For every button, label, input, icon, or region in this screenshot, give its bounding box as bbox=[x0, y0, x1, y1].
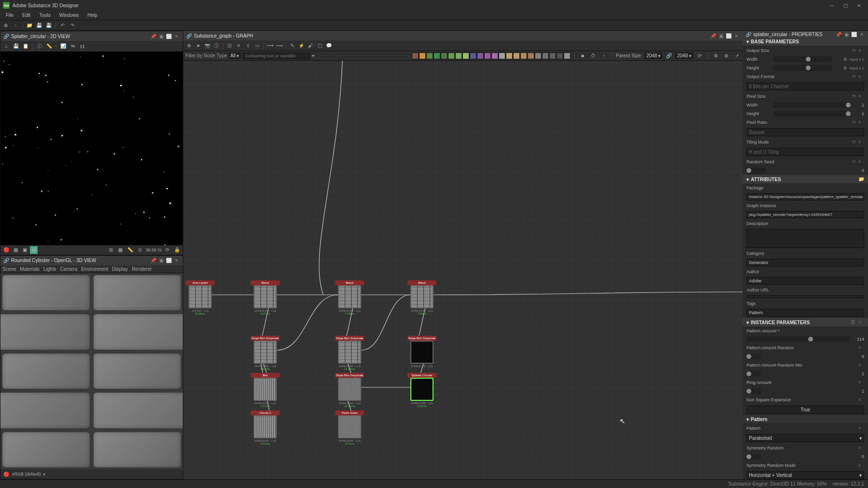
ruler2-icon[interactable]: 📏 bbox=[126, 246, 134, 254]
rgb-3d-icon[interactable]: 🔴 bbox=[2, 470, 10, 478]
sym-mode-select[interactable]: Horizontal + Vertical▾ bbox=[746, 471, 864, 479]
rgb-icon[interactable]: 🔴 bbox=[2, 246, 10, 254]
color-swatch-21[interactable] bbox=[564, 53, 570, 59]
refresh-icon[interactable]: ⟳ bbox=[163, 246, 171, 254]
folder-icon[interactable]: 📁 bbox=[26, 22, 33, 29]
tab-scene[interactable]: Scene bbox=[2, 266, 16, 272]
graph-node[interactable]: Blend2048x2048 - L167.04ms bbox=[335, 280, 364, 315]
graph-node[interactable]: Slope Blur Grayscale2048x2048 - L1612.67… bbox=[335, 336, 364, 370]
up-icon[interactable]: ↑ bbox=[600, 52, 608, 60]
color-swatch-5[interactable] bbox=[448, 53, 455, 59]
close-graph-icon[interactable]: ✕ bbox=[733, 32, 740, 39]
grid-icon[interactable]: ⊞ bbox=[107, 246, 115, 254]
menu-edit[interactable]: Edit bbox=[18, 12, 34, 19]
paint-icon[interactable]: 🖌 bbox=[307, 42, 314, 50]
snap-icon[interactable]: ⊡ bbox=[226, 42, 233, 50]
stop-icon[interactable]: ■ bbox=[579, 52, 586, 60]
menu-prop-icon[interactable]: ≡ bbox=[858, 48, 864, 53]
quad-icon[interactable]: ▦ bbox=[12, 246, 19, 254]
align-icon[interactable]: ≡ bbox=[235, 42, 243, 50]
max-3d-icon[interactable]: ⬜ bbox=[165, 257, 172, 264]
pixel-ratio-select[interactable]: Square bbox=[746, 128, 864, 136]
pin-props-icon[interactable]: 📌 bbox=[835, 31, 842, 38]
tab-camera[interactable]: Camera bbox=[60, 266, 78, 272]
folder-attr-icon[interactable]: 📁 bbox=[858, 176, 864, 182]
sym-rand-slider[interactable] bbox=[746, 454, 761, 460]
pw-slider[interactable] bbox=[773, 102, 850, 108]
height-slider[interactable] bbox=[773, 65, 832, 71]
maximize-button[interactable]: ▢ bbox=[839, 1, 852, 10]
tab-lights[interactable]: Lights bbox=[43, 266, 56, 272]
info-graph-icon[interactable]: ⓘ bbox=[213, 42, 220, 50]
section-base-params[interactable]: ▾ BASE PARAMETERS bbox=[743, 38, 868, 46]
author-field[interactable]: Adobe bbox=[746, 277, 864, 285]
tiling-select[interactable]: H and V Tiling bbox=[746, 148, 864, 156]
color-swatch-10[interactable] bbox=[484, 53, 491, 59]
menu-tools[interactable]: Tools bbox=[35, 12, 54, 19]
popup-props-icon[interactable]: ▣ bbox=[843, 31, 850, 38]
graph-node[interactable]: Splatter Circular2048x2048 - L160.37ms bbox=[407, 373, 436, 408]
tab-display[interactable]: Display bbox=[112, 266, 128, 272]
color-swatch-3[interactable] bbox=[434, 53, 440, 59]
color-swatch-4[interactable] bbox=[441, 53, 448, 59]
non-square-select[interactable]: True bbox=[746, 406, 864, 414]
menu-icon[interactable]: ≡ bbox=[858, 74, 864, 79]
maximize-panel-icon[interactable]: ⬜ bbox=[165, 33, 172, 40]
color-swatch-15[interactable] bbox=[520, 53, 527, 59]
color-swatch-16[interactable] bbox=[528, 53, 534, 59]
node-canvas[interactable]: ↖ Auto Levels1x2048 - L165.43msBlend2048… bbox=[183, 61, 743, 479]
minimize-button[interactable]: ─ bbox=[826, 1, 838, 10]
tab-environment[interactable]: Environment bbox=[81, 266, 108, 272]
graph-node[interactable]: Auto Levels1x2048 - L165.43ms bbox=[186, 280, 215, 315]
frame-icon[interactable]: ▢ bbox=[316, 42, 324, 50]
tab-renderer[interactable]: Renderer bbox=[132, 266, 152, 272]
seed-slider[interactable] bbox=[746, 168, 766, 173]
output-format-select[interactable]: 8 Bits per Channel bbox=[746, 82, 864, 91]
reset-icon[interactable]: ⟲ bbox=[852, 74, 857, 79]
color-swatch-1[interactable] bbox=[419, 53, 426, 59]
redo-icon[interactable]: ↷ bbox=[68, 22, 76, 29]
levels-icon[interactable]: ⫿⫿ bbox=[79, 42, 86, 50]
copy-icon[interactable]: 📋 bbox=[22, 42, 29, 50]
refresh-graph-icon[interactable]: ⟳ bbox=[696, 52, 704, 60]
filter-type-select[interactable]: All ▾ bbox=[229, 53, 241, 59]
saveall-icon[interactable]: 💾 bbox=[45, 22, 53, 29]
info-icon[interactable]: ⓘ bbox=[36, 42, 43, 50]
home-icon[interactable]: ⌂ bbox=[2, 42, 10, 50]
save-img-icon[interactable]: 💾 bbox=[12, 42, 20, 50]
color-swatch-2[interactable] bbox=[426, 53, 433, 59]
color-swatch-7[interactable] bbox=[462, 53, 469, 59]
graph-node[interactable]: Blur2048x2048 - L161.27ms bbox=[251, 373, 280, 408]
bolt-icon[interactable]: ⚡ bbox=[298, 42, 305, 50]
dropdown-icon[interactable]: ▾ bbox=[312, 53, 314, 58]
package-field[interactable]: bstance 3D Designer/resources/packages/p… bbox=[746, 193, 864, 200]
viewport-3d[interactable] bbox=[0, 273, 183, 470]
list-icon[interactable]: ☰ bbox=[851, 319, 856, 325]
section-attributes[interactable]: ▾ ATTRIBUTES📁 bbox=[743, 175, 868, 184]
parent-w-select[interactable]: 2048 ▾ bbox=[645, 53, 662, 59]
graph-node[interactable]: Slope Blur Grayscale2048x2048 - L1618.8m… bbox=[251, 336, 280, 370]
color-swatch-13[interactable] bbox=[506, 53, 513, 59]
reroute-icon[interactable]: ⟿ bbox=[275, 42, 283, 50]
color-swatch-8[interactable] bbox=[470, 53, 476, 59]
graph-node[interactable]: Slope Blur Grayscale2048x2048 - L1612.11… bbox=[335, 373, 364, 408]
target-graph-icon[interactable]: ⊕ bbox=[185, 42, 193, 50]
undo-icon[interactable]: ↶ bbox=[59, 22, 67, 29]
popup-graph-icon[interactable]: ▣ bbox=[718, 32, 724, 39]
histogram-icon[interactable]: 📊 bbox=[59, 42, 67, 50]
pin-icon[interactable]: 📌 bbox=[150, 33, 157, 40]
align2-icon[interactable]: ⫴ bbox=[244, 42, 252, 50]
menu-help[interactable]: Help bbox=[83, 12, 101, 19]
tags-field[interactable]: Pattern bbox=[746, 309, 864, 317]
desc-field[interactable] bbox=[746, 229, 864, 248]
export-icon[interactable]: ↗ bbox=[733, 52, 741, 60]
color-swatch-0[interactable] bbox=[412, 53, 419, 59]
mirror-icon[interactable]: ⇋ bbox=[69, 42, 77, 50]
max-graph-icon[interactable]: ⬜ bbox=[725, 32, 732, 39]
color-swatch-17[interactable] bbox=[535, 53, 542, 59]
lock-icon[interactable]: 🔒 bbox=[173, 246, 181, 254]
link-prop-icon[interactable]: ⟲ bbox=[852, 48, 857, 53]
color-swatch-6[interactable] bbox=[455, 53, 462, 59]
tile-icon[interactable]: ▦ bbox=[117, 246, 124, 254]
color-swatch-18[interactable] bbox=[542, 53, 549, 59]
